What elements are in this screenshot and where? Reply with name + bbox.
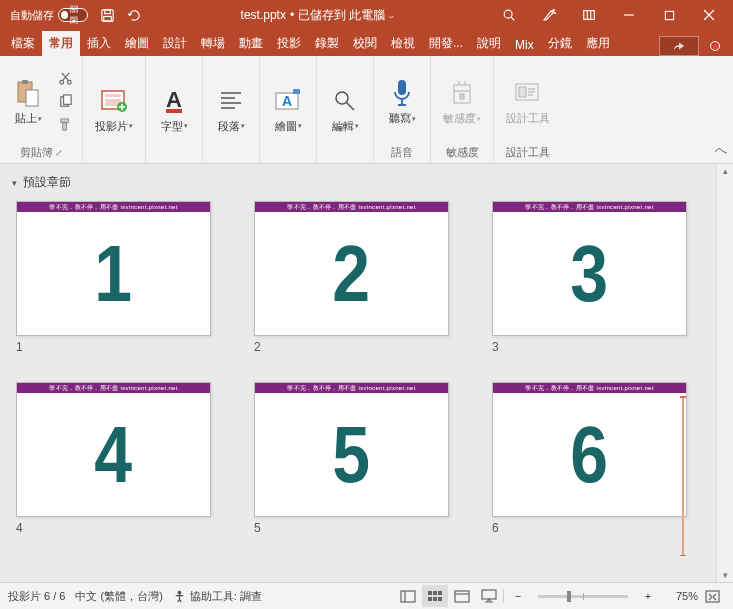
svg-rect-39	[482, 590, 496, 599]
close-button[interactable]	[689, 0, 729, 30]
undo-icon[interactable]	[120, 2, 146, 28]
thumb-number: 2	[333, 228, 371, 320]
slide-thumbnail[interactable]: 學不完．教不停．用不盡 isvincent.pixnet.net11	[16, 201, 224, 354]
ribbon: 貼上▾ 剪貼簿⤢ 投影片▾ A 字型▾	[0, 56, 733, 164]
collapse-ribbon-icon[interactable]: へ	[715, 142, 727, 159]
paragraph-button[interactable]: 段落▾	[209, 81, 253, 138]
ribbon-tabs: 檔案 常用 插入 繪圖 設計 轉場 動畫 投影 錄製 校閱 檢視 開發... 說…	[0, 30, 733, 56]
language-indicator[interactable]: 中文 (繁體，台灣)	[75, 589, 162, 604]
svg-rect-34	[438, 591, 442, 595]
normal-view-icon[interactable]	[395, 585, 421, 607]
svg-rect-37	[438, 597, 442, 601]
svg-rect-7	[665, 11, 673, 19]
tab-record[interactable]: 錄製	[308, 31, 346, 56]
font-button[interactable]: A 字型▾	[152, 81, 196, 138]
slide-thumbnail[interactable]: 學不完．教不停．用不盡 isvincent.pixnet.net55	[254, 382, 462, 535]
slide-sorter-view-icon[interactable]	[422, 585, 448, 607]
record-button[interactable]	[701, 36, 729, 56]
copy-icon[interactable]	[54, 92, 76, 112]
autosave-label: 自動儲存	[10, 8, 54, 23]
svg-rect-23	[293, 89, 300, 94]
zoom-in-icon[interactable]: +	[635, 585, 661, 607]
section-header[interactable]: 預設章節	[12, 172, 704, 197]
fit-to-window-icon[interactable]	[699, 585, 725, 607]
svg-rect-35	[428, 597, 432, 601]
svg-rect-20	[166, 109, 182, 113]
slide-thumbnail[interactable]: 學不完．教不停．用不盡 isvincent.pixnet.net66	[492, 382, 700, 535]
svg-rect-31	[401, 591, 415, 602]
thumb-banner: 學不完．教不停．用不盡 isvincent.pixnet.net	[17, 383, 210, 393]
slide-index-label: 6	[492, 521, 700, 535]
tab-transitions[interactable]: 轉場	[194, 31, 232, 56]
thumb-number: 3	[571, 228, 609, 320]
svg-rect-33	[433, 591, 437, 595]
maximize-button[interactable]	[649, 0, 689, 30]
slide-thumbnail[interactable]: 學不完．教不停．用不盡 isvincent.pixnet.net22	[254, 201, 462, 354]
autosave-toggle[interactable]: 自動儲存 關閉	[4, 8, 94, 23]
drawing-button[interactable]: A 繪圖▾	[266, 81, 310, 138]
share-button[interactable]	[659, 36, 699, 56]
scroll-up-icon[interactable]: ▴	[717, 166, 733, 176]
svg-text:A: A	[166, 87, 182, 112]
zoom-slider[interactable]	[538, 595, 628, 598]
dictate-button[interactable]: 聽寫▾	[380, 73, 424, 130]
tab-mix[interactable]: Mix	[508, 34, 541, 56]
tab-insert[interactable]: 插入	[80, 31, 118, 56]
minimize-button[interactable]	[609, 0, 649, 30]
svg-rect-2	[103, 16, 111, 21]
tab-animations[interactable]: 動畫	[232, 31, 270, 56]
titlebar: 自動儲存 關閉 test.pptx • 已儲存到 此電腦 ⌵	[0, 0, 733, 30]
group-clipboard: 貼上▾ 剪貼簿⤢	[0, 56, 83, 163]
slide-thumbnail[interactable]: 學不完．教不停．用不盡 isvincent.pixnet.net44	[16, 382, 224, 535]
autosave-switch[interactable]: 關閉	[58, 8, 88, 22]
svg-rect-16	[105, 94, 121, 97]
zoom-level[interactable]: 75%	[662, 590, 698, 602]
tab-file[interactable]: 檔案	[4, 31, 42, 56]
insertion-indicator	[682, 396, 684, 556]
slide-counter[interactable]: 投影片 6 / 6	[8, 589, 65, 604]
window-title: test.pptx • 已儲存到 此電腦 ⌵	[146, 7, 489, 24]
tab-slideshow[interactable]: 投影	[270, 31, 308, 56]
thumb-number: 5	[333, 409, 371, 501]
scroll-down-icon[interactable]: ▾	[717, 570, 733, 580]
accessibility-checker[interactable]: 協助工具: 調查	[173, 589, 262, 604]
slide-thumbnail[interactable]: 學不完．教不停．用不盡 isvincent.pixnet.net33	[492, 201, 700, 354]
group-sensitivity: 敏感度▾ 敏感度	[431, 56, 494, 163]
clipboard-launcher-icon[interactable]: ⤢	[55, 148, 63, 158]
svg-rect-40	[706, 591, 719, 602]
tab-design[interactable]: 設計	[156, 31, 194, 56]
tab-apply[interactable]: 應用	[579, 31, 617, 56]
paste-button[interactable]: 貼上▾	[6, 73, 50, 130]
tab-split[interactable]: 分鏡	[541, 31, 579, 56]
thumb-banner: 學不完．教不停．用不盡 isvincent.pixnet.net	[255, 202, 448, 212]
slide-sorter-panel[interactable]: 預設章節 學不完．教不停．用不盡 isvincent.pixnet.net11學…	[0, 164, 716, 582]
cut-icon[interactable]	[54, 69, 76, 89]
tab-developer[interactable]: 開發...	[422, 31, 470, 56]
svg-rect-6	[584, 11, 595, 20]
tab-review[interactable]: 校閱	[346, 31, 384, 56]
new-slide-button[interactable]: 投影片▾	[89, 81, 139, 138]
svg-point-12	[67, 80, 71, 84]
coming-soon-icon[interactable]	[529, 0, 569, 30]
editing-button[interactable]: 編輯▾	[323, 81, 367, 138]
svg-rect-9	[22, 80, 28, 84]
search-icon[interactable]	[489, 0, 529, 30]
tab-draw[interactable]: 繪圖	[118, 31, 156, 56]
tab-view[interactable]: 檢視	[384, 31, 422, 56]
tab-help[interactable]: 說明	[470, 31, 508, 56]
reading-view-icon[interactable]	[449, 585, 475, 607]
slide-index-label: 2	[254, 340, 462, 354]
tab-home[interactable]: 常用	[42, 31, 80, 56]
svg-rect-32	[428, 591, 432, 595]
ribbon-mode-icon[interactable]	[569, 0, 609, 30]
vertical-scrollbar[interactable]: ▴ ▾	[716, 164, 733, 582]
zoom-out-icon[interactable]: −	[505, 585, 531, 607]
slideshow-view-icon[interactable]	[476, 585, 502, 607]
save-icon[interactable]	[94, 2, 120, 28]
slide-index-label: 4	[16, 521, 224, 535]
thumb-banner: 學不完．教不停．用不盡 isvincent.pixnet.net	[17, 202, 210, 212]
svg-point-5	[555, 13, 556, 14]
format-painter-icon[interactable]	[54, 115, 76, 135]
thumb-number: 4	[95, 409, 133, 501]
svg-rect-1	[104, 9, 110, 13]
